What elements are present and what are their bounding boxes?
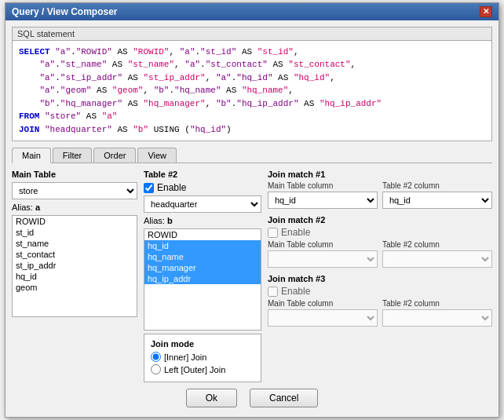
sql-line-4: "a"."geom" AS "geom", "b"."hq_name" AS "… — [19, 84, 485, 97]
list-item[interactable]: hq_name — [144, 251, 261, 262]
join-match2-enable-row: Enable — [268, 227, 492, 238]
outer-join-label: Left [Outer] Join — [164, 365, 225, 374]
sql-line-6: FROM "store" AS "a" — [19, 110, 485, 123]
main-table-select[interactable]: store — [12, 182, 137, 199]
main-table-alias: Alias: a — [12, 203, 137, 212]
join-match2-enable-checkbox[interactable] — [268, 228, 278, 238]
join-match3-group: Join match #3 Enable Main Table column — [268, 274, 492, 327]
list-item[interactable]: hq_id — [144, 240, 261, 251]
join-match3-main-col-label: Main Table column — [268, 299, 378, 308]
main-table-panel: Main Table store Alias: a ROWID st_id st… — [12, 170, 137, 382]
list-item[interactable]: hq_id — [13, 271, 137, 282]
join-match1-label: Join match #1 — [268, 170, 492, 179]
tab-view[interactable]: View — [137, 148, 177, 163]
tab-main[interactable]: Main — [12, 148, 51, 163]
sql-line-3: "a"."st_ip_addr" AS "st_ip_addr", "a"."h… — [19, 71, 485, 85]
table2-enable-label: Enable — [157, 182, 186, 193]
main-table-label: Main Table — [12, 170, 137, 179]
tab-order[interactable]: Order — [93, 148, 136, 163]
sql-line-7: JOIN "headquarter" AS "b" USING ("hq_id"… — [19, 123, 485, 137]
sql-code: SELECT "a"."ROWID" AS "ROWID", "a"."st_i… — [13, 41, 491, 141]
list-item[interactable]: hq_manager — [144, 262, 261, 273]
list-item[interactable]: st_ip_addr — [13, 260, 137, 271]
window-title: Query / View Composer — [12, 6, 118, 17]
ok-button[interactable]: Ok — [186, 389, 237, 407]
join-match1-main-select[interactable]: hq_id — [268, 192, 378, 209]
join-match2-table2-col: Table #2 column — [382, 240, 492, 268]
inner-join-label: [Inner] Join — [164, 352, 206, 362]
main-table-listbox[interactable]: ROWID st_id st_name st_contact st_ip_add… — [12, 215, 137, 317]
footer: Ok Cancel — [12, 382, 492, 411]
join-match3-table2-col: Table #2 column — [382, 299, 492, 327]
inner-join-row: [Inner] Join — [151, 352, 254, 362]
sql-line-1: SELECT "a"."ROWID" AS "ROWID", "a"."st_i… — [19, 46, 485, 59]
table2-select[interactable]: headquarter — [144, 195, 261, 213]
join-match1-group: Join match #1 Main Table column hq_id Ta… — [268, 170, 492, 209]
join-match3-main-col: Main Table column — [268, 299, 378, 327]
join-match2-enable-label: Enable — [281, 227, 310, 238]
join-match1-table2-select[interactable]: hq_id — [382, 192, 492, 209]
join-match3-enable-row: Enable — [268, 286, 492, 297]
join-match1-main-col: Main Table column hq_id — [268, 181, 378, 209]
join-mode-label: Join mode — [151, 339, 254, 349]
cancel-button[interactable]: Cancel — [250, 389, 318, 407]
join-match3-columns: Main Table column Table #2 column — [268, 299, 492, 327]
join-match2-main-select[interactable] — [268, 250, 378, 268]
inner-join-radio[interactable] — [151, 352, 161, 362]
outer-join-row: Left [Outer] Join — [151, 364, 254, 374]
join-mode-panel: Join mode [Inner] Join Left [Outer] Join — [144, 334, 261, 382]
main-content: Main Table store Alias: a ROWID st_id st… — [12, 170, 492, 382]
join-match2-columns: Main Table column Table #2 column — [268, 240, 492, 268]
table2-enable-checkbox[interactable] — [144, 183, 154, 193]
list-item[interactable]: st_name — [13, 238, 137, 249]
join-panel: Join match #1 Main Table column hq_id Ta… — [268, 170, 492, 382]
outer-join-radio[interactable] — [151, 364, 161, 374]
join-match1-table2-col: Table #2 column hq_id — [382, 181, 492, 209]
join-match3-main-select[interactable] — [268, 309, 378, 327]
table2-listbox[interactable]: ROWID hq_id hq_name hq_manager hq_ip_add… — [144, 228, 261, 331]
sql-line-2: "a"."st_name" AS "st_name", "a"."st_cont… — [19, 58, 485, 71]
join-match2-label: Join match #2 — [268, 215, 492, 225]
table2-label: Table #2 — [144, 170, 261, 179]
join-match2-table2-select[interactable] — [382, 250, 492, 268]
list-item[interactable]: geom — [13, 282, 137, 293]
table2-enable-row: Enable — [144, 182, 261, 193]
title-bar-controls: ✕ — [480, 6, 492, 17]
tab-filter[interactable]: Filter — [53, 148, 92, 163]
sql-line-5: "b"."hq_manager" AS "hq_manager", "b"."h… — [19, 97, 485, 111]
join-match2-group: Join match #2 Enable Main Table column — [268, 215, 492, 268]
tabs: Main Filter Order View — [12, 148, 492, 163]
join-match2-main-col-label: Main Table column — [268, 240, 378, 249]
table2-alias: Alias: b — [144, 216, 261, 225]
join-match3-table2-select[interactable] — [382, 309, 492, 327]
sql-section: SQL statement SELECT "a"."ROWID" AS "ROW… — [12, 27, 492, 142]
list-item[interactable]: ROWID — [13, 216, 137, 227]
join-match1-columns: Main Table column hq_id Table #2 column … — [268, 181, 492, 209]
list-item[interactable]: hq_ip_addr — [144, 273, 261, 284]
list-item[interactable]: st_contact — [13, 249, 137, 260]
window-body: SQL statement SELECT "a"."ROWID" AS "ROW… — [5, 20, 499, 418]
title-bar: Query / View Composer ✕ — [5, 3, 499, 20]
sql-section-label: SQL statement — [13, 27, 491, 41]
join-match3-label: Join match #3 — [268, 274, 492, 283]
join-match2-table2-col-label: Table #2 column — [382, 240, 492, 249]
join-match1-main-col-label: Main Table column — [268, 181, 378, 190]
table2-panel: Table #2 Enable headquarter Alias: b ROW… — [144, 170, 261, 382]
join-match3-enable-checkbox[interactable] — [268, 287, 278, 297]
join-match3-table2-col-label: Table #2 column — [382, 299, 492, 308]
join-match1-table2-col-label: Table #2 column — [382, 181, 492, 190]
list-item[interactable]: st_id — [13, 227, 137, 238]
main-window: Query / View Composer ✕ SQL statement SE… — [5, 2, 499, 418]
sql-select-kw: SELECT — [19, 47, 55, 57]
join-match3-enable-label: Enable — [281, 286, 310, 297]
list-item[interactable]: ROWID — [144, 229, 261, 240]
join-match2-main-col: Main Table column — [268, 240, 378, 268]
close-button[interactable]: ✕ — [480, 6, 492, 17]
